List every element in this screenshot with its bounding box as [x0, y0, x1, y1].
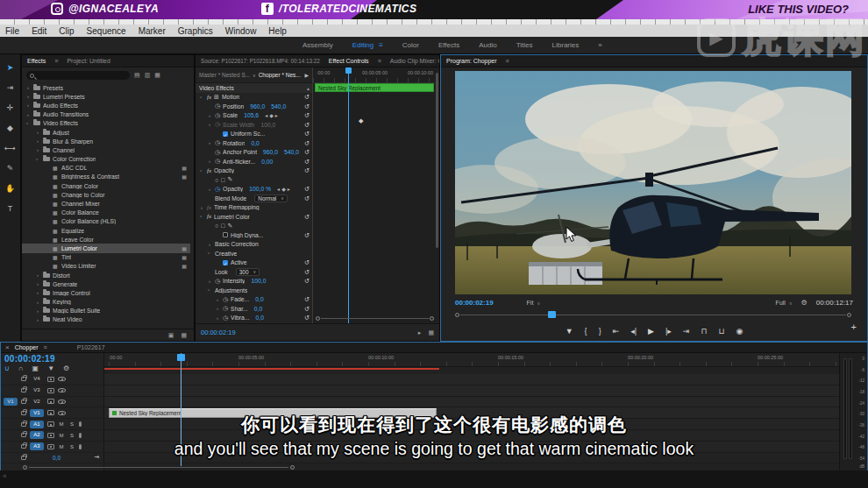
dropdown-blend-mode[interactable]: Normal∨ [254, 194, 288, 202]
track-lane-a2[interactable] [104, 430, 839, 442]
expand-icon[interactable]: › [35, 130, 40, 135]
timeline-playhead-cap[interactable] [177, 354, 185, 361]
mask-pen-icon[interactable]: ✎ [227, 223, 232, 230]
timeline-settings-wrench-icon[interactable]: ⚙ [63, 364, 69, 372]
selection-tool-icon[interactable]: ➤ [4, 61, 18, 74]
ec-row-fade[interactable]: ›◷Fade...0,0↺ [196, 295, 312, 305]
expand-icon[interactable]: › [35, 147, 40, 152]
lock-icon[interactable] [21, 444, 26, 449]
comparison-view-icon[interactable]: ▦ [428, 329, 434, 336]
track-lane-a3[interactable] [104, 442, 839, 453]
effects-tree-item-lumetri-color[interactable]: ▩Lumetri Color▦ [22, 244, 190, 252]
settings-wrench-icon[interactable]: ⚙ [801, 299, 808, 307]
reset-parameter-icon[interactable]: ↺ [304, 295, 309, 303]
expand-icon[interactable]: › [215, 315, 220, 321]
reset-parameter-icon[interactable]: ↺ [304, 277, 309, 285]
track-header-v1[interactable]: V1 [1, 407, 104, 419]
lock-icon[interactable] [21, 456, 26, 460]
play-audio-icon[interactable]: ▸ [418, 329, 422, 336]
effects-tree-item-adjust[interactable]: ›Adjust [22, 128, 190, 137]
tab-sequence-secondary[interactable]: P1022617 [77, 344, 105, 350]
close-icon[interactable]: × [5, 343, 10, 351]
collapse-icon[interactable]: › [35, 157, 40, 162]
menu-item-marker[interactable]: Marker [139, 26, 166, 36]
property-value[interactable]: 105,6 [244, 112, 259, 118]
track-header-v4[interactable]: V4 [1, 374, 104, 385]
ec-row-blend-mode[interactable]: Blend ModeNormal∨↺ [196, 194, 312, 203]
ec-row-creative[interactable]: ›Creative [196, 249, 312, 258]
reset-parameter-icon[interactable]: ↺ [304, 213, 309, 221]
workspace-tab-color[interactable]: Color [402, 41, 419, 49]
collapse-arrow-icon[interactable]: ◃ [3, 472, 6, 479]
menu-item-sequence[interactable]: Sequence [87, 26, 126, 36]
track-lane-v1[interactable]: Nested Sky Replacement [104, 407, 839, 419]
effects-tree-item-brightness-contrast[interactable]: ▩Brightness & Contrast▦ [22, 173, 190, 181]
ec-row-time-remapping[interactable]: ›fxTime Remapping [196, 203, 312, 213]
effects-tree-item-channel-mixer[interactable]: ▩Channel Mixer [22, 199, 190, 208]
expand-icon[interactable]: › [207, 159, 212, 164]
expand-icon[interactable]: › [35, 290, 40, 295]
ec-row-shar[interactable]: ›◷Shar...0,0↺ [196, 304, 312, 314]
track-header-v2[interactable]: V1V2 [1, 397, 104, 408]
checkbox-icon[interactable]: ✓ [223, 260, 228, 265]
effects-tree-item-lumetri-presets[interactable]: ›Lumetri Presets [22, 92, 190, 101]
stopwatch-icon[interactable]: ◷ [215, 158, 220, 165]
effect-controls-scrollbar[interactable] [436, 73, 438, 248]
clip-nested-sky-replacement[interactable]: Nested Sky Replacement [109, 408, 437, 419]
property-value[interactable]: 100,0 % [249, 186, 271, 192]
ec-row-lumetri-color[interactable]: ›fxLumetri Color↺ [196, 212, 312, 222]
sync-lock-icon[interactable] [47, 444, 54, 449]
reset-parameter-icon[interactable]: ↺ [304, 305, 309, 313]
hand-tool-icon[interactable]: ✋ [4, 182, 18, 194]
toggle-track-output-eye-icon[interactable] [58, 377, 66, 381]
type-tool-icon[interactable]: T [4, 202, 18, 215]
prev-keyframe-icon[interactable]: ◂ [277, 186, 280, 192]
reset-parameter-icon[interactable]: ↺ [304, 258, 309, 266]
play-toggle-icon[interactable]: ▶ [304, 72, 309, 78]
add-keyframe-icon[interactable]: ◆ [281, 186, 286, 192]
reset-parameter-icon[interactable]: ↺ [304, 158, 309, 166]
prev-keyframe-icon[interactable]: ◂ [265, 112, 267, 118]
expand-icon[interactable]: › [207, 140, 212, 145]
track-lane-v3[interactable] [104, 385, 839, 397]
collapse-icon[interactable]: › [199, 95, 204, 100]
mask-ellipse-icon[interactable]: ○ [215, 177, 218, 183]
property-value[interactable]: 100,0 [251, 278, 266, 284]
track-target-v4[interactable]: V4 [30, 375, 44, 383]
playback-resolution-dropdown[interactable]: Full ∨ [776, 300, 793, 306]
zoom-level-dropdown[interactable]: Fit ∨ [527, 300, 540, 306]
ec-row-opacity[interactable]: ›◷Opacity100,0 %◂◆▸↺ [196, 185, 312, 194]
timeline-tracks-area[interactable]: :00:0000:00:05:0000:00:10:0000:00:15:000… [104, 353, 839, 471]
stopwatch-icon[interactable]: ◷ [223, 296, 228, 303]
scrub-right-knob[interactable] [847, 313, 851, 317]
linked-selection-icon[interactable]: ∩ [18, 364, 24, 372]
32bit-effects-filter-icon[interactable]: ▥ [145, 72, 151, 79]
snap-icon[interactable]: ∪ [4, 364, 10, 372]
menu-item-file[interactable]: File [5, 26, 19, 36]
new-custom-bin-icon[interactable]: ▣ [168, 332, 174, 339]
expand-icon[interactable]: › [199, 205, 204, 210]
timeline-timecode[interactable]: 00:00:02:19 [4, 354, 55, 364]
scrub-left-knob[interactable] [455, 313, 459, 317]
checkbox-icon[interactable]: ✓ [223, 131, 228, 137]
keyframe-diamond-icon[interactable]: ◆ [359, 117, 363, 124]
track-header-v3[interactable]: V3 [1, 385, 104, 397]
ec-row-active[interactable]: ✓Active↺ [196, 258, 312, 268]
reset-parameter-icon[interactable]: ↺ [304, 93, 309, 101]
reset-parameter-icon[interactable]: ↺ [304, 103, 309, 110]
track-lane-a1[interactable] [104, 419, 839, 430]
ec-row-opacity[interactable]: ›fxOpacity↺ [196, 166, 312, 176]
mute-button[interactable]: M [58, 421, 65, 427]
effects-tree-item-generate[interactable]: ›Generate [22, 279, 190, 288]
workspace-tab-libraries[interactable]: Libraries [552, 41, 580, 49]
collapse-icon[interactable]: › [25, 121, 31, 126]
accelerated-effects-filter-icon[interactable]: ▤ [134, 72, 140, 79]
menu-item-edit[interactable]: Edit [32, 26, 46, 36]
property-value[interactable]: 0,00 [261, 159, 273, 165]
track-header-a2[interactable]: A2MS [1, 430, 104, 442]
effects-search-input[interactable] [26, 71, 130, 80]
step-back-icon[interactable]: ◂| [630, 327, 637, 336]
effects-tree-item-audio-transitions[interactable]: ›Audio Transitions [22, 110, 190, 119]
timeline-ruler[interactable]: :00:0000:00:05:0000:00:10:0000:00:15:000… [104, 353, 839, 367]
lock-icon[interactable] [21, 400, 26, 404]
